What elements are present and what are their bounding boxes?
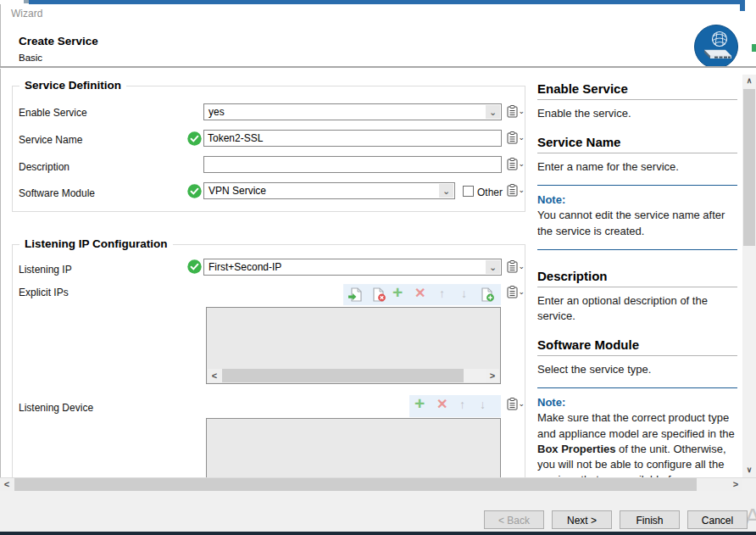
enable-service-label: Enable Service [19, 107, 87, 119]
valid-check-icon [187, 184, 202, 198]
copy-paste-menu-icon[interactable]: ⌄ [507, 398, 524, 411]
listening-device-label: Listening Device [19, 402, 93, 414]
help-text: Enter an optional description of the ser… [537, 293, 737, 324]
listening-device-list[interactable] [206, 418, 501, 479]
chevron-down-icon: ⌄ [518, 187, 525, 193]
other-checkbox-label[interactable]: Other [477, 187, 503, 198]
explicit-ips-hscrollbar[interactable]: < > [208, 369, 499, 382]
valid-check-icon [187, 259, 202, 274]
description-input[interactable] [203, 156, 502, 173]
service-name-input[interactable] [203, 130, 502, 147]
help-heading: Description [537, 269, 737, 287]
chevron-down-icon[interactable]: ⌄ [439, 184, 453, 198]
background-artifact-icon [752, 44, 756, 52]
note-text: Make sure that the correct product type … [537, 410, 737, 477]
wizard-dialog: Wizard Create Service Basic Service Defi… [0, 0, 756, 535]
copy-paste-menu-icon[interactable]: ⌄ [507, 131, 524, 145]
import-file-icon[interactable] [347, 287, 363, 305]
hscroll-thumb[interactable] [222, 369, 464, 382]
help-heading: Software Module [537, 337, 737, 356]
note-divider [537, 387, 737, 388]
page-subtitle: Basic [19, 53, 42, 63]
background-window-edge [740, 0, 745, 11]
explicit-ips-label: Explicit IPs [19, 287, 69, 298]
chevron-down-icon: ⌄ [518, 160, 525, 167]
copy-paste-menu-icon[interactable]: ⌄ [507, 105, 524, 119]
scrollbar-corner [742, 478, 756, 491]
note-text: You cannot edit the service name after t… [537, 208, 737, 238]
help-text: Select the service type. [537, 362, 737, 377]
main-hscrollbar[interactable]: < > [0, 477, 756, 491]
background-window-titlebar [29, 0, 745, 4]
listening-ip-configuration-title: Listening IP Configuration [19, 237, 173, 250]
chevron-down-icon: ⌄ [518, 288, 525, 295]
delete-icon[interactable]: ✕ [414, 287, 425, 300]
service-name-label: Service Name [19, 134, 82, 146]
service-definition-title: Service Definition [19, 79, 126, 92]
note-divider [537, 185, 737, 186]
note-text-bold: Box Properties [537, 443, 615, 455]
vscroll-thumb[interactable] [743, 89, 755, 246]
product-logo [694, 25, 738, 69]
explicit-ips-list[interactable]: < > [206, 307, 501, 384]
add-icon[interactable]: + [414, 394, 425, 412]
help-panel: Enable Service Enable the service. Servi… [537, 75, 741, 477]
cancel-button[interactable]: Cancel [687, 510, 748, 529]
footer-bar: Ac < Back Next > Finish Cancel [0, 491, 756, 532]
copy-paste-menu-icon[interactable]: ⌄ [507, 260, 524, 274]
header-divider [0, 66, 756, 68]
add-icon[interactable]: + [392, 283, 403, 301]
copy-paste-menu-icon[interactable]: ⌄ [507, 158, 524, 171]
scroll-right-icon[interactable]: > [486, 369, 499, 382]
valid-check-icon [187, 131, 202, 146]
scroll-up-icon[interactable]: ∧ [742, 75, 756, 88]
chevron-down-icon: ⌄ [518, 134, 525, 141]
other-checkbox[interactable] [463, 186, 474, 197]
chevron-down-icon: ⌄ [518, 263, 525, 270]
note-divider [537, 249, 737, 250]
chevron-down-icon: ⌄ [518, 400, 525, 407]
software-module-label: Software Module [19, 187, 95, 199]
copy-paste-menu-icon[interactable]: ⌄ [507, 184, 524, 198]
listening-ip-combobox[interactable]: First+Second-IP ⌄ [203, 259, 502, 276]
software-module-value: VPN Service [208, 185, 266, 197]
chevron-down-icon[interactable]: ⌄ [486, 105, 500, 119]
dialog-left-border [0, 4, 1, 532]
scroll-right-icon[interactable]: > [729, 478, 742, 491]
help-heading: Enable Service [537, 81, 737, 100]
back-button[interactable]: < Back [484, 510, 544, 529]
next-button[interactable]: Next > [552, 510, 612, 529]
copy-paste-menu-icon[interactable]: ⌄ [507, 286, 524, 299]
background-window-bottom-edge [0, 532, 756, 535]
hscroll-thumb[interactable] [14, 478, 697, 491]
move-down-icon[interactable]: ↓ [461, 287, 467, 299]
note-label: Note: [537, 396, 737, 409]
note-label: Note: [537, 193, 737, 206]
delete-icon[interactable]: ✕ [436, 398, 447, 411]
listening-ip-label: Listening IP [19, 264, 72, 276]
help-text: Enable the service. [537, 106, 737, 121]
note-text-part: Make sure that the correct product type … [537, 411, 735, 439]
chevron-down-icon[interactable]: ⌄ [486, 260, 500, 274]
window-title: Wizard [11, 8, 42, 20]
help-heading: Service Name [537, 135, 737, 153]
scroll-down-icon[interactable]: ∨ [742, 464, 756, 477]
description-label: Description [19, 161, 69, 173]
move-up-icon[interactable]: ↑ [459, 398, 465, 410]
enable-service-value: yes [208, 106, 225, 118]
listening-ip-value: First+Second-IP [208, 261, 281, 273]
scroll-left-icon[interactable]: < [0, 478, 14, 491]
add-file-icon[interactable] [480, 287, 495, 305]
finish-button[interactable]: Finish [620, 510, 680, 529]
help-vscrollbar[interactable]: ∧ ∨ [742, 75, 756, 477]
move-up-icon[interactable]: ↑ [439, 287, 445, 299]
software-module-combobox[interactable]: VPN Service ⌄ [203, 182, 455, 199]
scroll-left-icon[interactable]: < [208, 369, 221, 382]
help-text: Enter a name for the service. [537, 159, 737, 175]
enable-service-combobox[interactable]: yes ⌄ [203, 103, 502, 120]
chevron-down-icon: ⌄ [518, 108, 525, 114]
remove-file-icon[interactable] [371, 287, 386, 305]
page-title: Create Service [19, 35, 98, 47]
move-down-icon[interactable]: ↓ [480, 398, 486, 410]
